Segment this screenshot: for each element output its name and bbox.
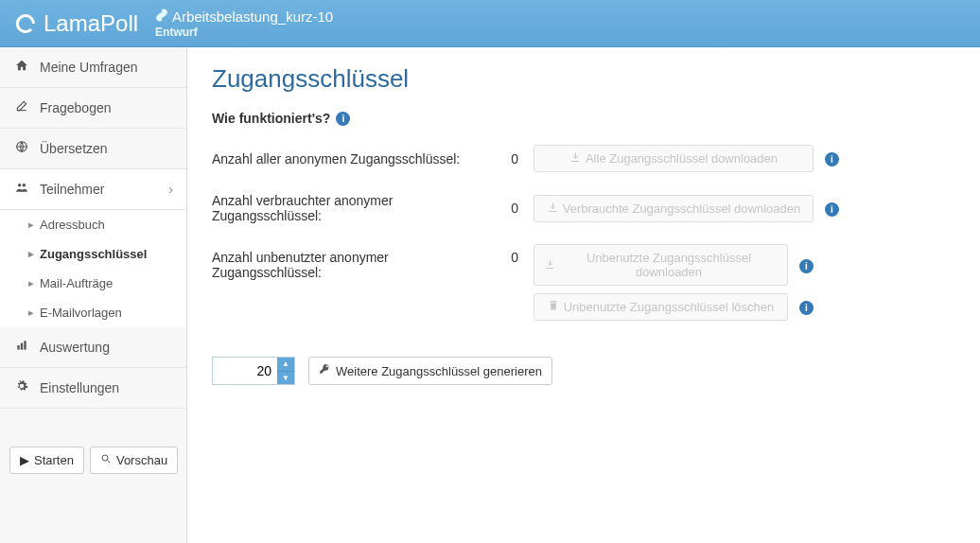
edit-icon	[13, 99, 30, 116]
sub-addressbook[interactable]: ▸ Adressbuch	[0, 210, 186, 239]
main-content: Zugangsschlüssel Wie funktioniert's? i A…	[187, 47, 980, 543]
generate-count-input[interactable]	[213, 358, 277, 384]
download-used-button[interactable]: Verbrauchte Zugangsschlüssel downloaden	[534, 195, 814, 222]
logo-icon	[13, 11, 38, 36]
nav-settings-label: Einstellungen	[40, 380, 119, 395]
svg-rect-3	[17, 345, 19, 350]
nav-settings[interactable]: Einstellungen	[0, 368, 186, 409]
row-all-count: 0	[496, 151, 518, 166]
spinner-up[interactable]: ▲	[277, 358, 294, 372]
caret-icon: ▸	[28, 307, 34, 319]
chart-icon	[13, 339, 30, 356]
topbar: LamaPoll Arbeitsbelastung_kurz-10 Entwur…	[0, 0, 980, 47]
spinner-down[interactable]: ▼	[277, 372, 294, 385]
generate-keys-button[interactable]: Weitere Zugangsschlüssel generieren	[308, 357, 552, 385]
preview-button[interactable]: Vorschau	[90, 447, 178, 474]
nav-participants[interactable]: Teilnehmer ›	[0, 169, 186, 210]
sub-addressbook-label: Adressbuch	[40, 218, 105, 232]
row-unused-label: Anzahl unbenutzter anonymer Zugangsschlü…	[212, 250, 496, 280]
info-icon[interactable]: i	[799, 301, 814, 315]
search-icon	[100, 453, 112, 467]
download-used-label: Verbrauchte Zugangsschlüssel downloaden	[563, 201, 801, 216]
key-icon	[319, 363, 331, 378]
nav-participants-label: Teilnehmer	[40, 182, 104, 197]
info-icon[interactable]: i	[825, 152, 839, 166]
svg-point-1	[18, 184, 22, 187]
preview-button-label: Vorschau	[116, 453, 167, 467]
row-all-label: Anzahl aller anonymen Zugangsschlüssel:	[212, 151, 496, 166]
nav-translate[interactable]: Übersetzen	[0, 129, 186, 169]
download-unused-button[interactable]: Unbenutzte Zugangsschlüssel downloaden	[534, 244, 788, 286]
info-icon[interactable]: i	[825, 202, 839, 217]
poll-status: Entwurf	[155, 26, 333, 39]
how-it-works[interactable]: Wie funktioniert's? i	[212, 111, 955, 126]
svg-point-6	[102, 455, 108, 461]
start-button-label: Starten	[34, 453, 74, 467]
sub-mailtemplates-label: E-Mailvorlagen	[40, 306, 122, 320]
spinner: ▲ ▼	[277, 358, 294, 384]
row-all-keys: Anzahl aller anonymen Zugangsschlüssel: …	[212, 145, 955, 172]
nav-evaluation[interactable]: Auswertung	[0, 327, 186, 368]
nav-surveys-label: Meine Umfragen	[40, 60, 138, 75]
sub-mailjobs-label: Mail-Aufträge	[40, 276, 113, 290]
poll-name: Arbeitsbelastung_kurz-10	[172, 9, 333, 26]
row-used-label: Anzahl verbrauchter anonymer Zugangsschl…	[212, 193, 496, 223]
start-button[interactable]: ▶ Starten	[9, 447, 84, 474]
download-all-button[interactable]: Alle Zugangsschlüssel downloaden	[534, 145, 814, 172]
trash-icon	[548, 300, 559, 314]
nav-questionnaire[interactable]: Fragebogen	[0, 88, 186, 129]
sub-mailtemplates[interactable]: ▸ E-Mailvorlagen	[0, 298, 186, 327]
row-used-count: 0	[496, 201, 518, 216]
link-icon	[155, 9, 168, 26]
download-unused-label: Unbenutzte Zugangsschlüssel downloaden	[560, 251, 778, 279]
caret-icon: ▸	[28, 248, 34, 260]
globe-icon	[13, 140, 30, 157]
play-icon: ▶	[20, 453, 29, 467]
logo[interactable]: LamaPoll	[13, 10, 138, 37]
caret-icon: ▸	[28, 219, 34, 231]
participants-submenu: ▸ Adressbuch ▸ Zugangsschlüssel ▸ Mail-A…	[0, 210, 186, 327]
generate-area: ▲ ▼ Weitere Zugangsschlüssel generieren	[212, 357, 955, 385]
chevron-right-icon: ›	[168, 182, 173, 197]
delete-unused-label: Unbenutzte Zugangsschlüssel löschen	[564, 300, 775, 314]
svg-rect-5	[24, 341, 26, 349]
sub-mailjobs[interactable]: ▸ Mail-Aufträge	[0, 269, 186, 298]
poll-info[interactable]: Arbeitsbelastung_kurz-10 Entwurf	[155, 9, 333, 39]
svg-rect-4	[21, 343, 23, 350]
gear-icon	[13, 379, 30, 396]
generate-count-input-wrap: ▲ ▼	[212, 357, 295, 385]
download-icon	[569, 151, 581, 166]
nav-translate-label: Übersetzen	[40, 141, 108, 156]
nav-surveys[interactable]: Meine Umfragen	[0, 47, 186, 88]
delete-unused-button[interactable]: Unbenutzte Zugangsschlüssel löschen	[534, 293, 788, 321]
download-icon	[547, 201, 558, 216]
sidebar: Meine Umfragen Fragebogen Übersetzen Tei…	[0, 47, 187, 543]
download-all-label: Alle Zugangsschlüssel downloaden	[586, 151, 778, 166]
row-unused-keys: Anzahl unbenutzter anonymer Zugangsschlü…	[212, 244, 955, 321]
nav-evaluation-label: Auswertung	[40, 340, 110, 355]
row-unused-count: 0	[496, 250, 518, 265]
generate-keys-label: Weitere Zugangsschlüssel generieren	[336, 364, 542, 378]
nav-questionnaire-label: Fragebogen	[40, 100, 112, 115]
home-icon	[13, 59, 30, 76]
info-icon[interactable]: i	[799, 259, 814, 273]
row-used-keys: Anzahl verbrauchter anonymer Zugangsschl…	[212, 193, 955, 223]
svg-point-2	[23, 184, 26, 187]
info-icon[interactable]: i	[336, 112, 350, 126]
page-title: Zugangsschlüssel	[212, 64, 955, 94]
sub-accesskeys-label: Zugangsschlüssel	[40, 247, 147, 261]
users-icon	[13, 181, 30, 198]
how-it-works-label: Wie funktioniert's?	[212, 111, 330, 126]
logo-text: LamaPoll	[44, 10, 138, 37]
caret-icon: ▸	[28, 277, 34, 289]
sub-accesskeys[interactable]: ▸ Zugangsschlüssel	[0, 239, 186, 269]
download-icon	[544, 258, 555, 272]
